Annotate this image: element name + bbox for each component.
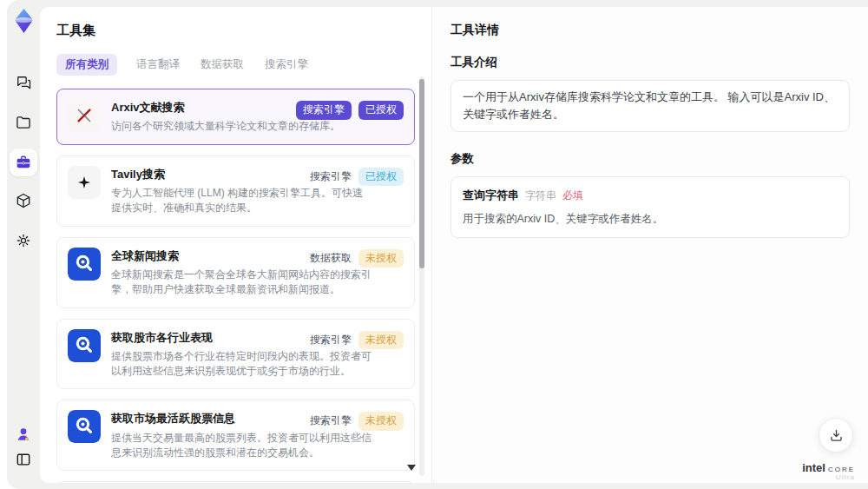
tool-detail-panel: 工具详情 工具介绍 一个用于从Arxiv存储库搜索科学论文和文章的工具。 输入可… — [431, 7, 868, 483]
app-logo-icon — [12, 8, 36, 35]
category-tabs: 所有类别语言翻译数据获取搜索引擎 — [56, 54, 431, 76]
category-badge: 数据获取 — [310, 249, 352, 268]
list-scrollbar-thumb[interactable] — [419, 79, 424, 268]
account-button[interactable] — [14, 425, 33, 444]
search-blue-icon — [68, 329, 101, 362]
detail-title: 工具详情 — [450, 23, 850, 38]
tool-card[interactable]: 获取股市各行业表现提供股票市场各个行业在特定时间段内的表现。投资者可以利用这些信… — [56, 319, 415, 390]
intel-wordmark: intel — [802, 461, 825, 474]
ultra-wordmark: Ultra — [802, 474, 855, 482]
tab-all-categories[interactable]: 所有类别 — [56, 54, 117, 76]
core-wordmark: core — [828, 463, 855, 473]
tab-language-translation[interactable]: 语言翻译 — [135, 54, 181, 76]
param-required-badge: 必填 — [562, 189, 583, 202]
briefcase-icon — [15, 154, 32, 171]
cube-icon — [15, 192, 32, 209]
tool-description: 提供当天交易量最高的股票列表。投资者可以利用这些信息来识别流动性强的股票和潜在的… — [111, 431, 372, 461]
auth-status-badge: 未授权 — [358, 331, 404, 350]
arxiv-icon — [68, 99, 101, 132]
params-heading: 参数 — [450, 151, 850, 167]
list-scrollbar[interactable] — [419, 76, 424, 476]
search-blue-icon — [68, 410, 101, 443]
tab-data-fetch[interactable]: 数据获取 — [199, 54, 246, 76]
auth-status-badge: 未授权 — [358, 249, 404, 268]
category-badge: 搜索引擎 — [310, 331, 352, 350]
category-badge: 搜索引擎 — [310, 412, 352, 431]
param-description: 用于搜索的Arxiv ID、关键字或作者姓名。 — [463, 211, 838, 228]
panel-layout-icon — [15, 451, 32, 468]
auth-status-badge: 未授权 — [358, 412, 404, 431]
tab-search-engine[interactable]: 搜索引擎 — [263, 54, 310, 76]
folder-icon — [15, 114, 32, 131]
tool-description: 访问各个研究领域大量科学论文和文章的存储库。 — [111, 119, 372, 134]
packages-nav-button[interactable] — [14, 191, 33, 210]
tools-nav-button[interactable] — [14, 153, 33, 172]
auth-status-badge: 已授权 — [358, 101, 404, 120]
param-type: 字符串 — [525, 189, 556, 202]
tool-description: 专为人工智能代理 (LLM) 构建的搜索引擎工具。可快速提供实时、准确和真实的结… — [111, 186, 372, 216]
main-content: 工具集 所有类别语言翻译数据获取搜索引擎 Arxiv文献搜索访问各个研究领域大量… — [40, 7, 868, 483]
page-title: 工具集 — [56, 23, 431, 39]
left-rail — [7, 0, 40, 489]
tool-badges: 搜索引擎未授权 — [310, 412, 404, 431]
chat-nav-button[interactable] — [14, 73, 33, 92]
tool-description: 提供股票市场各个行业在特定时间段内的表现。投资者可以利用这些信息来识别表现优于或… — [111, 349, 372, 380]
sparkle-icon — [68, 166, 101, 199]
download-icon — [828, 427, 845, 444]
tool-card[interactable]: Arxiv文献搜索访问各个研究领域大量科学论文和文章的存储库。搜索引擎已授权 — [56, 89, 415, 145]
collapse-sidebar-button[interactable] — [14, 450, 33, 469]
intro-heading: 工具介绍 — [450, 55, 850, 70]
tool-card[interactable]: 全球新闻搜索全球新闻搜索是一个聚合全球各大新闻网站内容的搜索引擎，帮助用户快速获… — [56, 237, 415, 308]
param-card: 查询字符串字符串必填 用于搜索的Arxiv ID、关键字或作者姓名。 — [450, 176, 850, 238]
category-badge: 搜索引擎 — [310, 168, 352, 187]
tool-badges: 搜索引擎未授权 — [310, 331, 404, 350]
files-nav-button[interactable] — [14, 113, 33, 132]
tool-description: 全球新闻搜索是一个聚合全球各大新闻网站内容的搜索引擎，帮助用户快速获取全球最新资… — [111, 268, 372, 298]
tool-card[interactable]: 万维地区新闻查询查询具体行政区划内的新闻，快速了解各地新闻动搜索引擎未授权 — [56, 481, 415, 483]
param-header: 查询字符串字符串必填 — [463, 187, 838, 203]
gear-icon — [15, 232, 32, 249]
tool-badges: 搜索引擎已授权 — [296, 101, 404, 120]
intro-text: 一个用于从Arxiv存储库搜索科学论文和文章的工具。 输入可以是Arxiv ID… — [450, 80, 850, 132]
settings-nav-button[interactable] — [14, 231, 33, 250]
category-badge: 搜索引擎 — [296, 101, 352, 120]
auth-status-badge: 已授权 — [358, 168, 404, 187]
chat-icon — [15, 74, 32, 91]
intel-core-logo: intelcore Ultra — [802, 459, 855, 482]
download-button[interactable] — [819, 418, 853, 453]
user-avatar-icon — [15, 426, 32, 443]
tool-list: Arxiv文献搜索访问各个研究领域大量科学论文和文章的存储库。搜索引擎已授权Ta… — [56, 89, 415, 483]
tool-card[interactable]: Tavily搜索专为人工智能代理 (LLM) 构建的搜索引擎工具。可快速提供实时… — [56, 155, 415, 227]
scroll-down-indicator[interactable] — [407, 465, 416, 471]
tool-badges: 数据获取未授权 — [310, 249, 404, 268]
tool-list-panel: 工具集 所有类别语言翻译数据获取搜索引擎 Arxiv文献搜索访问各个研究领域大量… — [40, 7, 431, 483]
tool-badges: 搜索引擎已授权 — [310, 168, 404, 187]
search-blue-icon — [68, 248, 101, 281]
tool-card[interactable]: 获取市场最活跃股票信息提供当天交易量最高的股票列表。投资者可以利用这些信息来识别… — [56, 400, 415, 471]
param-name: 查询字符串 — [463, 188, 519, 202]
